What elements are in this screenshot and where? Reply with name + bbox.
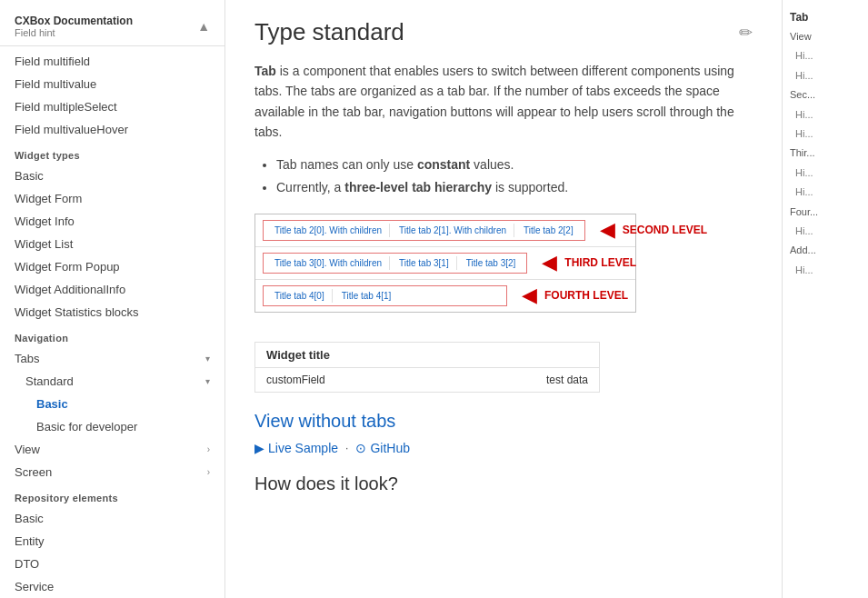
diagram-row-third: Title tab 3[0]. With children Title tab …	[255, 247, 635, 280]
right-panel-item-10[interactable]: Hi...	[783, 222, 868, 241]
tab-2-0: Title tab 2[0]. With children	[267, 224, 390, 237]
page-title-row: Type standard ✏	[254, 18, 753, 46]
third-level-arrow-icon: ◀	[542, 253, 557, 273]
sidebar-item-widget-list[interactable]: Widget List	[0, 233, 224, 255]
widget-row-value: test data	[546, 374, 588, 386]
sidebar-item-widget-additionalinfo[interactable]: Widget AdditionalInfo	[0, 278, 224, 301]
fourth-level-tabs: Title tab 4[0] Title tab 4[1]	[255, 280, 514, 312]
sidebar-item-nav-basic[interactable]: Basic	[0, 393, 224, 415]
bullet-item-2: Currently, a three-level tab hierarchy i…	[276, 176, 753, 199]
screen-chevron-icon: ›	[207, 467, 210, 477]
sidebar-item-view[interactable]: View ›	[0, 438, 224, 461]
tab-3-1: Title tab 3[1]	[392, 256, 457, 270]
right-panel-item-5[interactable]: Hi...	[783, 125, 868, 144]
view-chevron-icon: ›	[207, 444, 210, 454]
second-level-arrow-icon: ◀	[600, 220, 615, 240]
sidebar-item-tabs[interactable]: Tabs ▾	[0, 347, 224, 370]
right-panel-item-6[interactable]: Thir...	[783, 144, 868, 163]
sidebar-item-widget-info[interactable]: Widget Info	[0, 210, 224, 233]
sidebar-item-repo-basic[interactable]: Basic	[0, 507, 224, 530]
sidebar: CXBox Documentation Field hint ▲ Field m…	[0, 0, 225, 598]
right-panel-item-4[interactable]: Hi...	[783, 105, 868, 125]
sidebar-item-widget-form-popup[interactable]: Widget Form Popup	[0, 255, 224, 278]
how-does-it-look-title: How does it look?	[254, 473, 753, 494]
right-panel: Tab View Hi... Hi... Sec... Hi... Hi... …	[782, 0, 868, 598]
right-panel-item-2[interactable]: Hi...	[783, 66, 868, 85]
page-title: Type standard	[254, 18, 404, 46]
tab-4-1: Title tab 4[1]	[334, 289, 399, 303]
sidebar-section-navigation: Navigation	[0, 324, 224, 347]
sidebar-item-field-multipleselect[interactable]: Field multipleSelect	[0, 95, 224, 118]
second-level-tab-row: Title tab 2[0]. With children Title tab …	[263, 220, 585, 241]
sidebar-item-basic-for-developer[interactable]: Basic for developer	[0, 415, 224, 438]
diagram-section: Title tab 2[0]. With children Title tab …	[254, 214, 753, 327]
sidebar-top-title: CXBox Documentation	[15, 15, 133, 27]
tab-2-1: Title tab 2[1]. With children	[392, 224, 514, 237]
widget-title-bar: Widget title	[255, 343, 599, 368]
second-level-tabs: Title tab 2[0]. With children Title tab …	[255, 214, 593, 246]
right-panel-item-9[interactable]: Four...	[783, 203, 868, 222]
third-level-label: ◀ THIRD LEVEL	[534, 247, 644, 279]
diagram-row-fourth: Title tab 4[0] Title tab 4[1] ◀ FOURTH L…	[255, 280, 635, 312]
tab-2-2: Title tab 2[2]	[516, 224, 581, 237]
third-level-tab-row: Title tab 3[0]. With children Title tab …	[263, 253, 527, 274]
three-level-keyword: three-level tab hierarchy	[344, 180, 492, 194]
link-separator: ·	[345, 442, 348, 454]
constant-keyword: constant	[417, 157, 470, 172]
links-row: ▶ Live Sample · ⊙ GitHub	[254, 441, 753, 455]
github-icon: ⊙	[355, 441, 366, 455]
sidebar-item-entity[interactable]: Entity	[0, 530, 224, 553]
right-panel-item-1[interactable]: Hi...	[783, 46, 868, 65]
description-paragraph: Tab is a component that enables users to…	[254, 61, 753, 143]
live-sample-link[interactable]: ▶ Live Sample	[254, 441, 338, 455]
sidebar-item-field-multivaluehover[interactable]: Field multivalueHover	[0, 118, 224, 141]
tab-3-0: Title tab 3[0]. With children	[267, 256, 390, 270]
diagram-container: Title tab 2[0]. With children Title tab …	[254, 214, 636, 313]
sidebar-item-widget-form[interactable]: Widget Form	[0, 187, 224, 210]
second-level-label: ◀ SECOND LEVEL	[593, 214, 714, 246]
right-panel-item-7[interactable]: Hi...	[783, 164, 868, 183]
right-panel-item-3[interactable]: Sec...	[783, 85, 868, 105]
widget-area: Widget title customField test data	[254, 342, 600, 393]
sidebar-item-widget-statistics-blocks[interactable]: Widget Statistics blocks	[0, 301, 224, 324]
sidebar-header: CXBox Documentation Field hint ▲	[0, 7, 224, 46]
tabs-chevron-icon: ▾	[205, 354, 210, 364]
fourth-level-tab-row: Title tab 4[0] Title tab 4[1]	[263, 285, 507, 306]
main-content: Type standard ✏ Tab is a component that …	[225, 0, 782, 598]
tab-keyword: Tab	[254, 64, 276, 78]
github-link[interactable]: ⊙ GitHub	[355, 441, 410, 455]
tab-4-0: Title tab 4[0]	[267, 289, 333, 303]
widget-row-key: customField	[266, 374, 325, 386]
sidebar-item-dto[interactable]: DTO	[0, 553, 224, 575]
third-level-tabs: Title tab 3[0]. With children Title tab …	[255, 247, 534, 279]
view-without-tabs-title: View without tabs	[254, 411, 753, 432]
sidebar-item-field-multifield[interactable]: Field multifield	[0, 50, 224, 73]
sidebar-item-basic[interactable]: Basic	[0, 164, 224, 187]
bullet-list: Tab names can only use constant values. …	[276, 154, 753, 199]
sidebar-item-standard[interactable]: Standard ▾	[0, 370, 224, 393]
edit-icon[interactable]: ✏	[739, 23, 753, 43]
sidebar-top-subtitle: Field hint	[15, 27, 133, 38]
sidebar-item-field-multivalue[interactable]: Field multivalue	[0, 73, 224, 95]
tab-3-2: Title tab 3[2]	[459, 256, 524, 270]
right-panel-title: Tab	[783, 7, 868, 27]
right-panel-item-12[interactable]: Hi...	[783, 261, 868, 280]
sidebar-section-repository: Repository elements	[0, 483, 224, 507]
sidebar-section-widget-types: Widget types	[0, 141, 224, 164]
sidebar-item-service[interactable]: Service	[0, 575, 224, 598]
play-icon: ▶	[254, 441, 264, 455]
fourth-level-arrow-icon: ◀	[522, 285, 537, 305]
right-panel-item-8[interactable]: Hi...	[783, 183, 868, 202]
diagram-row-second: Title tab 2[0]. With children Title tab …	[255, 214, 635, 247]
right-panel-item-11[interactable]: Add...	[783, 241, 868, 260]
widget-data-row: customField test data	[255, 368, 599, 392]
sidebar-collapse-icon[interactable]: ▲	[197, 19, 210, 34]
bullet-item-1: Tab names can only use constant values.	[276, 154, 753, 176]
standard-chevron-icon: ▾	[205, 376, 210, 386]
fourth-level-label: ◀ FOURTH LEVEL	[514, 280, 635, 312]
right-panel-item-0[interactable]: View	[783, 27, 868, 46]
sidebar-item-screen[interactable]: Screen ›	[0, 461, 224, 483]
